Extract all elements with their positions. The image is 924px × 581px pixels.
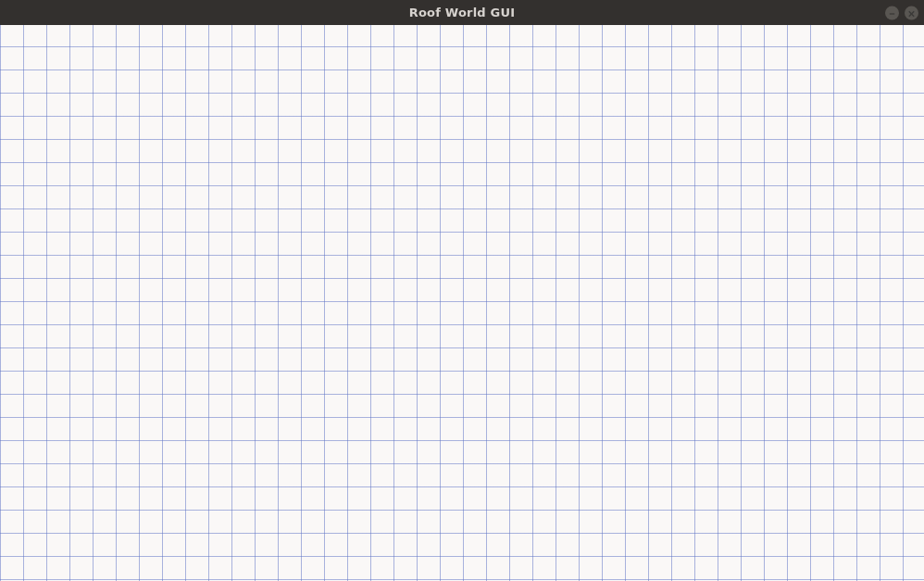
window-controls xyxy=(885,6,918,19)
close-icon xyxy=(907,4,916,21)
close-button[interactable] xyxy=(905,6,918,19)
minimize-icon xyxy=(888,4,896,21)
window-title: Roof World GUI xyxy=(409,6,515,19)
window-titlebar: Roof World GUI xyxy=(0,0,924,25)
grid-canvas[interactable] xyxy=(0,25,924,581)
minimize-button[interactable] xyxy=(885,6,899,19)
